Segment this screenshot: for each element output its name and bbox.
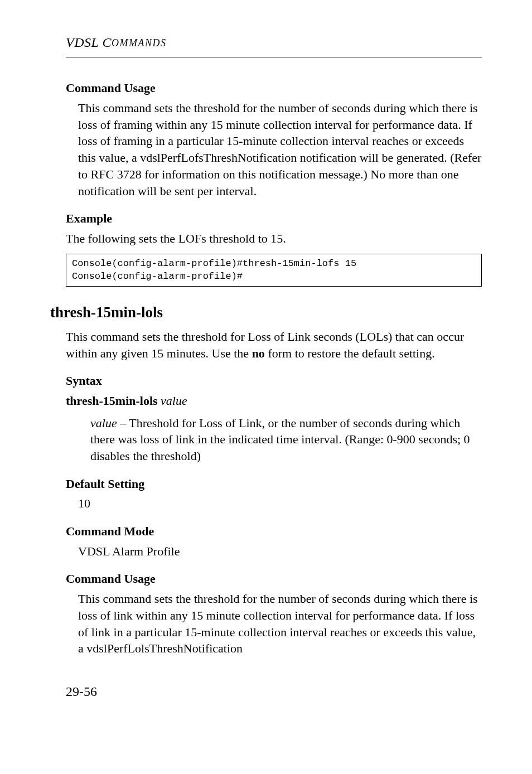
value-term: value xyxy=(90,416,117,430)
command-usage-heading-1: Command Usage xyxy=(66,80,482,96)
page-number: 29-56 xyxy=(66,683,482,700)
default-setting-heading: Default Setting xyxy=(66,476,482,492)
intro-post: form to restore the default setting. xyxy=(265,346,435,360)
syntax-cmd: thresh-15min-lols xyxy=(66,394,158,408)
value-desc-text: – Threshold for Loss of Link, or the num… xyxy=(90,416,470,463)
command-usage-text-1: This command sets the threshold for the … xyxy=(78,100,482,199)
example-heading: Example xyxy=(66,210,482,227)
value-desc: value – Threshold for Loss of Link, or t… xyxy=(90,415,482,465)
syntax-arg: value xyxy=(161,394,187,408)
running-header-main: VDSL C xyxy=(66,35,112,50)
command-mode-heading: Command Mode xyxy=(66,523,482,540)
command-usage-text-2: This command sets the threshold for the … xyxy=(78,591,482,657)
running-header: VDSL COMMANDS xyxy=(66,33,482,57)
command-usage-heading-2: Command Usage xyxy=(66,570,482,587)
intro-bold: no xyxy=(252,346,265,360)
syntax-heading: Syntax xyxy=(66,373,482,389)
default-setting-value: 10 xyxy=(78,495,482,512)
syntax-line: thresh-15min-lols value xyxy=(66,393,482,409)
code-block: Console(config-alarm-profile)#thresh-15m… xyxy=(66,254,482,287)
section-intro: This command sets the threshold for Loss… xyxy=(66,328,482,361)
section-title: thresh-15min-lols xyxy=(50,302,482,322)
running-header-small: OMMANDS xyxy=(112,37,167,49)
example-intro: The following sets the LOFs threshold to… xyxy=(66,230,482,247)
command-mode-value: VDSL Alarm Profile xyxy=(78,543,482,560)
